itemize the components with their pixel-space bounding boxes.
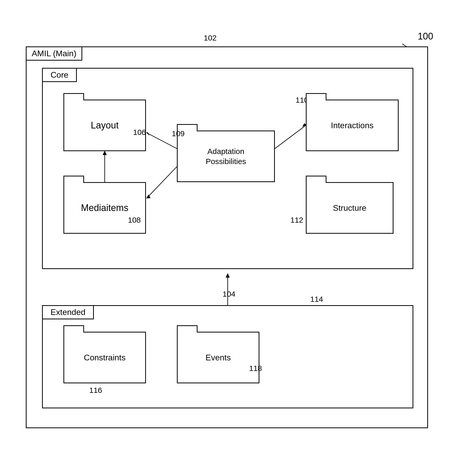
constraints-box: Constraints — [63, 332, 146, 383]
svg-line-4 — [147, 167, 177, 198]
constraints-label: Constraints — [84, 353, 126, 362]
amil-main-box: AMIL (Main) Core Layout 106 Mediaitems 1… — [26, 46, 428, 428]
events-box: Events — [177, 332, 259, 383]
svg-line-6 — [275, 125, 306, 149]
ref-118: 118 — [249, 364, 262, 373]
constraints-tab — [63, 325, 84, 333]
ref-102: 102 — [204, 34, 217, 42]
events-label: Events — [206, 353, 231, 362]
amil-main-label: AMIL (Main) — [26, 46, 82, 61]
diagram-container: 100 102 AMIL (Main) Core Layout 106 Medi… — [15, 26, 454, 439]
extended-box: Extended Constraints 116 Events 118 — [42, 305, 413, 408]
svg-line-8 — [147, 133, 177, 149]
ref-100: 100 — [418, 31, 433, 42]
ref-114: 114 — [310, 295, 323, 304]
extended-label: Extended — [42, 305, 94, 319]
core-arrows-svg — [43, 69, 413, 268]
svg-marker-3 — [103, 151, 107, 155]
ref-116: 116 — [89, 386, 102, 395]
ref-104: 104 — [223, 290, 235, 298]
svg-marker-11 — [226, 273, 230, 278]
events-tab — [177, 325, 198, 333]
core-box: Core Layout 106 Mediaitems 108 Adaptatio… — [42, 68, 413, 269]
